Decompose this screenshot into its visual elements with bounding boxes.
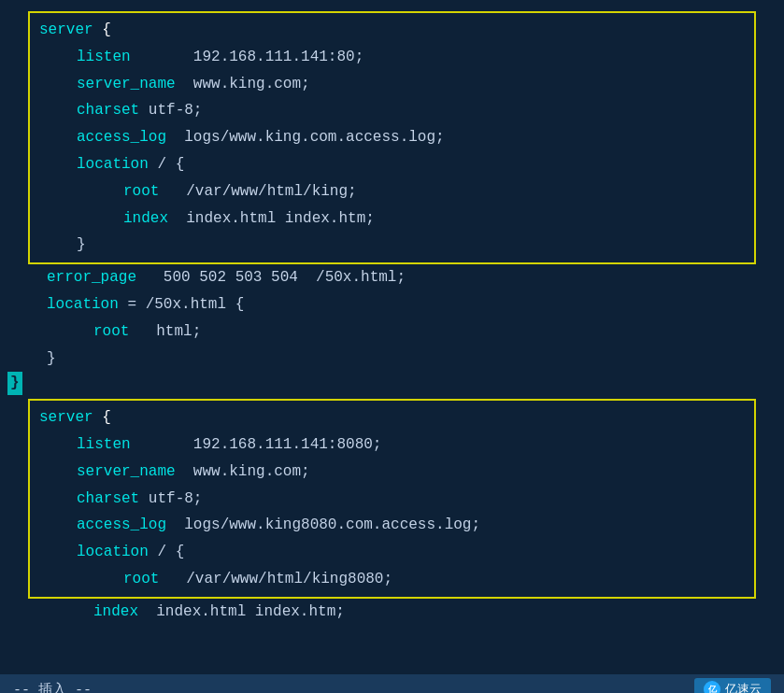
logo-text: 亿速云 <box>725 681 762 693</box>
code-line: charset utf-8; <box>30 97 754 124</box>
code-line: root /var/www/html/king; <box>30 178 754 205</box>
code-line: access_log logs/www.king.com.access.log; <box>30 124 754 151</box>
code-line: root /var/www/html/king8080; <box>30 566 754 593</box>
editor-area: server { listen 192.168.111.141:80; serv… <box>0 11 784 693</box>
code-line: } <box>30 232 754 259</box>
code-line: server { <box>30 404 754 431</box>
code-line: index index.html index.htm; <box>30 205 754 233</box>
code-block-2: server { listen 192.168.111.141:8080; se… <box>28 399 756 599</box>
closing-brace-container: } <box>0 372 784 395</box>
code-line: location / { <box>30 151 754 178</box>
code-line: server_name www.king.com; <box>30 71 754 98</box>
highlight-bracket: } <box>7 372 22 395</box>
code-line: index index.html index.htm; <box>0 599 784 626</box>
code-line: charset utf-8; <box>30 486 754 513</box>
code-block-1: server { listen 192.168.111.141:80; serv… <box>28 11 756 264</box>
bottom-bar: -- 插入 -- 亿 亿速云 <box>0 674 784 693</box>
code-line: listen 192.168.111.141:8080; <box>30 431 754 459</box>
code-line: server { <box>30 17 754 44</box>
code-line: server_name www.king.com; <box>30 459 754 486</box>
between-section: error_page 500 502 503 504 /50x.html; lo… <box>0 264 784 395</box>
insert-label: -- 插入 -- <box>13 681 92 694</box>
code-line: location = /50x.html { <box>0 291 784 318</box>
code-line: root html; <box>0 318 784 346</box>
code-line: access_log logs/www.king8080.com.access.… <box>30 512 754 539</box>
logo-icon: 亿 <box>704 681 720 693</box>
code-line: } <box>0 346 784 373</box>
code-line: error_page 500 502 503 504 /50x.html; <box>0 264 784 291</box>
code-line: location / { <box>30 539 754 566</box>
code-line: listen 192.168.111.141:80; <box>30 44 754 71</box>
logo-badge: 亿 亿速云 <box>694 678 771 693</box>
